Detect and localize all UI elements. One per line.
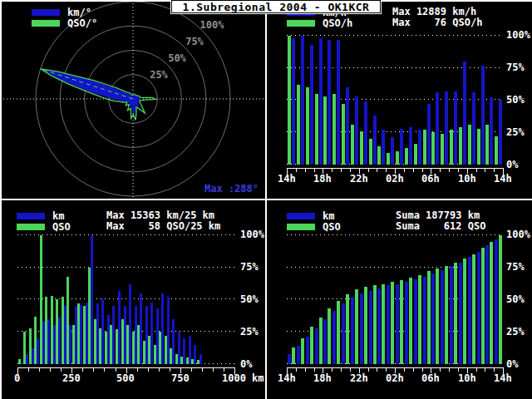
bar-qso <box>342 104 345 165</box>
axis-tick <box>104 368 105 372</box>
bar-qso <box>332 94 336 165</box>
bar-qso <box>441 134 444 165</box>
bar-km <box>310 45 313 165</box>
bar-km <box>351 297 354 364</box>
axis-tick <box>341 368 342 372</box>
bar-km <box>167 297 170 364</box>
bar-qso <box>315 94 318 165</box>
axis-tick <box>467 169 468 174</box>
beam-stats: Max :288° Max :288° Beam: 15° <box>204 164 259 200</box>
ring-label-75: 75% <box>185 36 204 47</box>
bar-km <box>400 129 403 165</box>
axis-tick <box>413 368 414 372</box>
bar-km <box>427 104 431 165</box>
axis-tick <box>377 368 377 372</box>
axis-tick <box>413 169 414 172</box>
axis-tick <box>494 368 495 372</box>
bar-qso <box>472 254 475 364</box>
qso-legend-label: QSO/° <box>67 17 97 29</box>
axis-tick <box>359 368 360 373</box>
bar-qso <box>301 338 304 364</box>
axis-tick <box>485 169 485 172</box>
bar-km <box>355 96 358 165</box>
y-axis-label: 25% <box>240 327 266 337</box>
bar-km <box>107 315 110 364</box>
bar-km <box>161 293 164 364</box>
axis-tick <box>28 368 29 372</box>
bar-km <box>364 101 367 165</box>
bar-qso <box>373 285 377 364</box>
axis-tick <box>332 169 332 172</box>
bar-km <box>301 36 304 165</box>
bar-qso <box>495 136 498 165</box>
panel-distance-histogram: km QSO Max 15363 km/25 km Max 58 QSO/25 … <box>0 200 266 399</box>
axis-tick <box>422 169 423 172</box>
bar-km <box>101 299 104 364</box>
axis-tick <box>180 368 181 373</box>
legend-row-qso: QSO <box>17 222 71 232</box>
axis-tick <box>440 169 441 172</box>
axis-tick <box>224 368 224 372</box>
bar-km <box>490 97 493 165</box>
bar-qso <box>319 318 323 364</box>
bar-km <box>418 130 421 165</box>
km-legend-label: km <box>52 210 64 222</box>
axis-tick <box>305 368 306 372</box>
bar-qso <box>377 146 381 165</box>
bar-km <box>485 245 489 364</box>
bar-km <box>58 317 61 364</box>
bar-qso <box>387 153 390 165</box>
panel-beam-polar: km/° QSO/° 25% 50% 75% 100% Max :288° Ma… <box>0 0 266 200</box>
legend-row-km: km/° <box>32 7 91 17</box>
axis-tick <box>359 169 360 174</box>
bar-km <box>21 362 23 364</box>
bar-qso <box>436 268 439 364</box>
km-legend-swatch <box>17 213 45 219</box>
bar-km <box>391 137 394 165</box>
axis-tick <box>449 368 450 372</box>
sum-stats: Suma 187793 km Suma 612 QSO <box>396 210 485 232</box>
bar-qso <box>418 275 421 364</box>
axis-tick <box>50 368 51 372</box>
bar-km <box>396 284 399 364</box>
axis-tick <box>61 368 62 372</box>
bar-km <box>337 40 340 165</box>
axis-tick <box>296 368 297 372</box>
km-legend-swatch <box>32 9 60 16</box>
axis-tick <box>503 368 504 375</box>
bar-qso <box>427 271 431 364</box>
axis-tick <box>17 368 18 375</box>
bar-km <box>499 100 502 165</box>
qso-legend-swatch <box>17 224 45 230</box>
bar-km <box>53 325 56 364</box>
km-legend-swatch <box>287 213 315 219</box>
bar-km <box>346 87 349 165</box>
axis-tick <box>93 368 94 372</box>
bar-qso <box>445 266 448 364</box>
bar-km <box>194 345 196 364</box>
qso-legend-swatch <box>287 20 315 27</box>
y-axis-label: 100% <box>240 229 266 239</box>
y-axis-label: 25% <box>506 127 532 137</box>
qso-legend-label: QSO <box>323 221 341 233</box>
gridline-75pct <box>17 267 234 268</box>
bar-km <box>454 91 457 165</box>
qso-legend-swatch <box>32 20 60 27</box>
contest-title: 1.Subregional 2004 - OK1KCR <box>171 0 381 13</box>
axis-tick <box>287 169 288 175</box>
bar-qso <box>306 87 309 165</box>
bar-km <box>306 337 309 364</box>
bar-km <box>319 38 323 165</box>
axis-tick <box>116 368 116 372</box>
bar-km <box>297 346 300 364</box>
bar-km <box>75 306 77 364</box>
bar-km <box>135 306 137 364</box>
hourly-rate-x-axis <box>287 168 504 177</box>
bar-qso <box>463 259 466 364</box>
axis-tick <box>170 368 170 372</box>
km-legend-label: km <box>323 210 334 222</box>
axis-tick <box>404 368 405 372</box>
bar-km <box>377 288 381 364</box>
max-km-bearing: Max :288° <box>204 184 259 194</box>
bar-qso <box>292 347 295 364</box>
